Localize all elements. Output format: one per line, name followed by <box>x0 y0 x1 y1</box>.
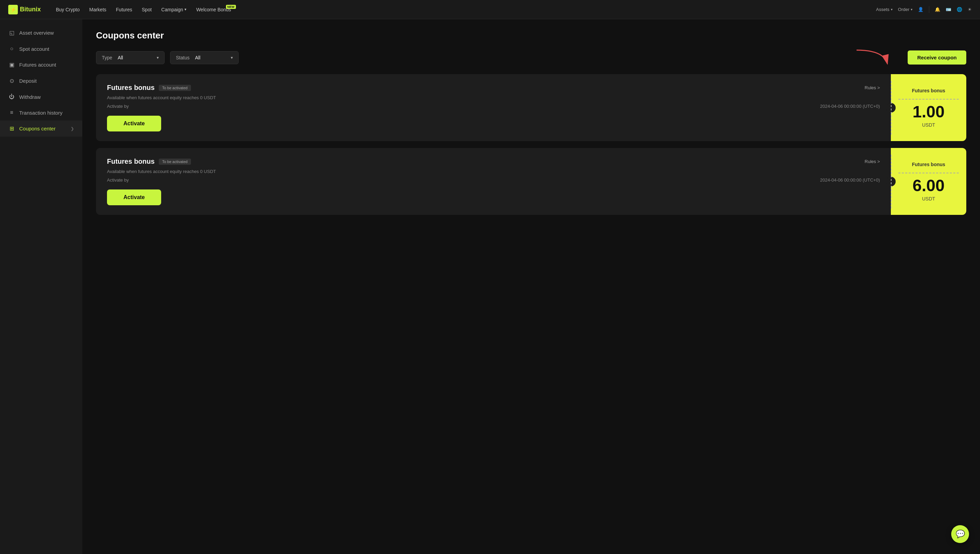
ticket-label-0: Futures bonus <box>912 88 945 93</box>
sidebar-icon: ⏻ <box>8 94 15 100</box>
coupon-card-0: Futures bonus To be activated Rules > Av… <box>96 74 966 141</box>
sidebar-icon: ≡ <box>8 110 15 116</box>
logo[interactable]: ⚡ Bitunix <box>8 5 41 14</box>
type-label: Type <box>102 55 112 61</box>
user-icon[interactable]: 👤 <box>918 7 923 12</box>
type-value: All <box>118 55 123 61</box>
arrow-indicator <box>850 47 891 75</box>
sidebar-label: Coupons center <box>19 126 56 131</box>
main-content: Coupons center Type All ▾ Status All ▾ R… <box>82 19 980 554</box>
sidebar: ◱Asset overview○Spot account▣Futures acc… <box>0 19 82 554</box>
sidebar-label: Asset overview <box>19 30 54 36</box>
sidebar-item-deposit[interactable]: ⊙Deposit <box>0 73 82 89</box>
nav-right: Assets ▾ Order ▾ 👤 🔔 🪪 🌐 ☀ <box>876 6 972 13</box>
status-value: All <box>195 55 200 61</box>
coupon-main-1: Futures bonus To be activated Rules > Av… <box>96 148 891 215</box>
rules-link-0[interactable]: Rules > <box>865 85 880 90</box>
expire-date-1: 2024-04-06 00:00:00 (UTC+0) <box>820 177 880 183</box>
sidebar-label: Spot account <box>19 46 49 52</box>
sidebar-icon: ⊙ <box>8 78 15 84</box>
ticket-dashed-0 <box>898 99 959 99</box>
receive-coupon-button[interactable]: Receive coupon <box>908 51 966 64</box>
coupon-activate-row-0: Activate by 2024-04-06 00:00:00 (UTC+0) <box>107 104 880 109</box>
activate-button-0[interactable]: Activate <box>107 116 161 131</box>
coupon-cards: Futures bonus To be activated Rules > Av… <box>96 74 966 215</box>
coupon-header-1: Futures bonus To be activated Rules > <box>107 158 880 166</box>
sidebar-icon: ○ <box>8 46 15 52</box>
coupon-ticket-1: Futures bonus 6.00 USDT <box>891 148 966 215</box>
ticket-dashed-1 <box>898 172 959 173</box>
coupon-header-0: Futures bonus To be activated Rules > <box>107 84 880 92</box>
ticket-currency-0: USDT <box>922 122 935 128</box>
globe-icon[interactable]: 🌐 <box>957 7 962 12</box>
ticket-amount-1: 6.00 <box>912 177 944 194</box>
coupon-main-0: Futures bonus To be activated Rules > Av… <box>96 74 891 141</box>
order-chevron: ▾ <box>911 8 912 11</box>
notification-icon[interactable]: 🔔 <box>935 7 940 12</box>
activate-label-0: Activate by <box>107 104 129 109</box>
coupon-activate-row-1: Activate by 2024-04-06 00:00:00 (UTC+0) <box>107 177 880 183</box>
sidebar-label: Deposit <box>19 78 37 84</box>
sidebar-item-asset-overview[interactable]: ◱Asset overview <box>0 25 82 41</box>
coupon-description-1: Available when futures account equity re… <box>107 169 880 174</box>
ticket-currency-1: USDT <box>922 196 935 201</box>
sidebar-label: Futures account <box>19 62 56 68</box>
status-label: Status <box>176 55 189 61</box>
sidebar-icon: ▣ <box>8 61 15 68</box>
type-filter[interactable]: Type All ▾ <box>96 51 165 64</box>
ticket-label-1: Futures bonus <box>912 162 945 167</box>
sidebar-label: Transaction history <box>19 110 62 116</box>
activate-label-1: Activate by <box>107 177 129 183</box>
assets-menu[interactable]: Assets ▾ <box>876 7 892 12</box>
coupon-title-0: Futures bonus <box>107 84 154 92</box>
assets-chevron: ▾ <box>891 8 892 11</box>
layout: ◱Asset overview○Spot account▣Futures acc… <box>0 19 980 554</box>
nav-link-spot[interactable]: Spot <box>138 4 156 15</box>
wallet-icon[interactable]: 🪪 <box>946 7 951 12</box>
coupon-ticket-0: Futures bonus 1.00 USDT <box>891 74 966 141</box>
sidebar-item-coupons-center[interactable]: ⊞Coupons center❯ <box>0 120 82 137</box>
sidebar-item-transaction-history[interactable]: ≡Transaction history <box>0 105 82 120</box>
coupon-status-badge-0: To be activated <box>159 85 191 91</box>
status-chevron: ▾ <box>231 55 233 60</box>
activate-button-1[interactable]: Activate <box>107 190 161 205</box>
brand-name: Bitunix <box>20 6 41 13</box>
expire-date-0: 2024-04-06 00:00:00 (UTC+0) <box>820 104 880 109</box>
rules-link-1[interactable]: Rules > <box>865 159 880 164</box>
type-chevron: ▾ <box>157 55 159 60</box>
nav-link-welcome-bonus[interactable]: Welcome BonusNEW <box>192 4 235 15</box>
assets-label: Assets <box>876 7 889 12</box>
chevron-right-icon: ❯ <box>71 126 74 131</box>
sidebar-item-spot-account[interactable]: ○Spot account <box>0 41 82 57</box>
chat-button[interactable]: 💬 <box>951 525 969 543</box>
nav-divider <box>929 6 929 13</box>
page-title: Coupons center <box>96 30 966 41</box>
sidebar-item-futures-account[interactable]: ▣Futures account <box>0 57 82 73</box>
logo-icon: ⚡ <box>8 5 18 14</box>
arrow-svg <box>850 47 891 74</box>
coupon-title-1: Futures bonus <box>107 158 154 166</box>
nav-link-markets[interactable]: Markets <box>85 4 110 15</box>
navbar: ⚡ Bitunix Buy CryptoMarketsFuturesSpotCa… <box>0 0 980 19</box>
coupon-card-1: Futures bonus To be activated Rules > Av… <box>96 148 966 215</box>
nav-link-campaign[interactable]: Campaign▾ <box>157 4 191 15</box>
new-badge: NEW <box>226 5 236 9</box>
status-filter[interactable]: Status All ▾ <box>170 51 239 64</box>
sidebar-icon: ◱ <box>8 30 15 36</box>
nav-link-futures[interactable]: Futures <box>112 4 136 15</box>
coupon-status-badge-1: To be activated <box>159 158 191 165</box>
coupon-description-0: Available when futures account equity re… <box>107 95 880 100</box>
filters-row: Type All ▾ Status All ▾ Receive coupon <box>96 51 966 64</box>
order-label: Order <box>898 7 909 12</box>
theme-icon[interactable]: ☀ <box>968 7 972 12</box>
nav-link-buy-crypto[interactable]: Buy Crypto <box>52 4 84 15</box>
ticket-amount-0: 1.00 <box>912 104 944 120</box>
sidebar-label: Withdraw <box>19 94 41 100</box>
chevron-icon: ▾ <box>185 7 186 12</box>
sidebar-item-withdraw[interactable]: ⏻Withdraw <box>0 89 82 105</box>
sidebar-icon: ⊞ <box>8 125 15 132</box>
order-menu[interactable]: Order ▾ <box>898 7 912 12</box>
nav-links: Buy CryptoMarketsFuturesSpotCampaign▾Wel… <box>52 4 873 15</box>
